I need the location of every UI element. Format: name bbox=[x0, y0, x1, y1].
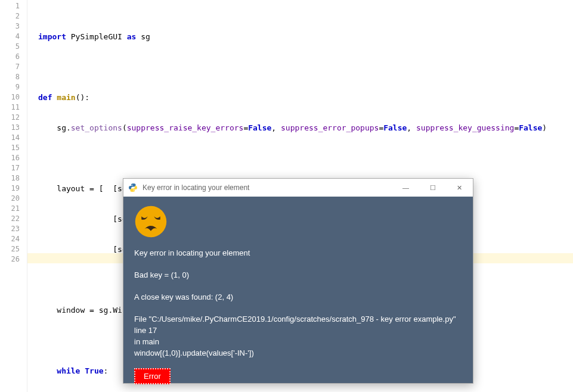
line-number: 1 bbox=[0, 1, 20, 11]
line-number: 18 bbox=[0, 173, 20, 183]
weary-face-icon bbox=[134, 205, 168, 238]
close-button[interactable]: ✕ bbox=[446, 179, 473, 197]
line-number: 2 bbox=[0, 11, 20, 21]
svg-point-0 bbox=[135, 206, 167, 238]
line-number: 9 bbox=[0, 82, 20, 92]
line-number: 21 bbox=[0, 204, 20, 214]
code-line bbox=[38, 153, 573, 163]
code-line: def main(): bbox=[38, 92, 573, 102]
line-number-gutter: 1 2 3 4 5 6 7 8 9 10 11 12 13 14 15 16 1… bbox=[0, 0, 27, 392]
line-number: 20 bbox=[0, 194, 20, 204]
line-number: 24 bbox=[0, 234, 20, 244]
line-number: 15 bbox=[0, 143, 20, 153]
python-icon bbox=[128, 183, 138, 192]
line-number: 6 bbox=[0, 52, 20, 62]
code-line: import PySimpleGUI as sg bbox=[38, 32, 573, 42]
dialog-text: A close key was found: (2, 4) bbox=[134, 293, 462, 301]
dialog-text: line 17 bbox=[134, 326, 462, 335]
line-number: 8 bbox=[0, 72, 20, 82]
line-number: 13 bbox=[0, 123, 20, 133]
dialog-text: window[(1,0)].update(values['-IN-']) bbox=[134, 349, 462, 357]
line-number: 5 bbox=[0, 42, 20, 52]
code-line: sg.set_options(suppress_raise_key_errors… bbox=[38, 123, 573, 133]
error-dialog: Key error in locating your element — ☐ ✕… bbox=[123, 178, 473, 384]
line-number: 3 bbox=[0, 21, 20, 32]
dialog-text: File "C:/Users/mike/.PyCharmCE2019.1/con… bbox=[134, 315, 462, 323]
dialog-body: Key error in locating your element Bad k… bbox=[123, 197, 473, 392]
error-button[interactable]: Error bbox=[134, 368, 171, 384]
line-number: 22 bbox=[0, 214, 20, 224]
code-line bbox=[38, 62, 573, 72]
line-number: 19 bbox=[0, 183, 20, 194]
line-number: 12 bbox=[0, 113, 20, 123]
line-number: 7 bbox=[0, 62, 20, 72]
line-number: 25 bbox=[0, 244, 20, 254]
line-number: 4 bbox=[0, 32, 20, 42]
dialog-titlebar[interactable]: Key error in locating your element — ☐ ✕ bbox=[123, 179, 473, 197]
line-number: 16 bbox=[0, 153, 20, 163]
line-number: 14 bbox=[0, 133, 20, 143]
dialog-text: Key error in locating your element bbox=[134, 248, 462, 257]
line-number: 10 bbox=[0, 92, 20, 102]
maximize-button[interactable]: ☐ bbox=[419, 179, 446, 197]
minimize-button[interactable]: — bbox=[392, 179, 419, 197]
line-number: 26 bbox=[0, 254, 20, 265]
line-number: 17 bbox=[0, 163, 20, 173]
line-number: 11 bbox=[0, 102, 20, 113]
dialog-text: Bad key = (1, 0) bbox=[134, 270, 462, 279]
dialog-title: Key error in locating your element bbox=[143, 183, 392, 192]
dialog-text: in main bbox=[134, 337, 462, 346]
line-number: 23 bbox=[0, 224, 20, 234]
